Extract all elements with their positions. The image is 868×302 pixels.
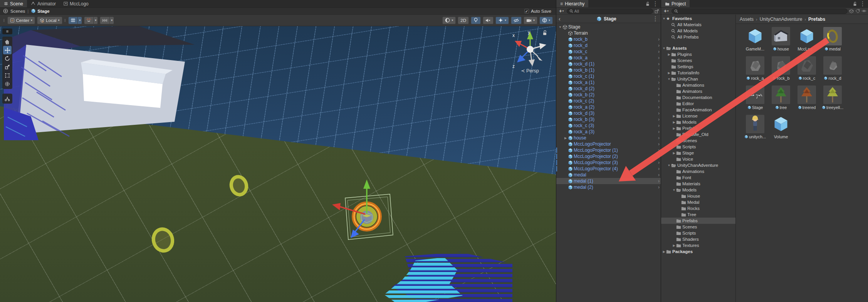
hierarchy-item[interactable]: medal (1)›: [556, 178, 661, 184]
hierarchy-item[interactable]: rock_c›: [556, 49, 661, 55]
pivot-mode-button[interactable]: Center ▾: [7, 17, 35, 24]
project-tree-item[interactable]: Scenes: [661, 138, 735, 144]
increment-snap-button[interactable]: [84, 17, 93, 24]
tab-hierarchy[interactable]: ≡ Hierarchy: [556, 0, 588, 7]
project-tree-item[interactable]: ▼UnityChanAdventure: [661, 162, 735, 168]
tab-animator[interactable]: Animator: [27, 0, 60, 7]
custom-editor-tool[interactable]: [3, 94, 12, 103]
twisty-icon[interactable]: ▼: [662, 17, 666, 20]
project-tree-item[interactable]: Rocks: [661, 205, 735, 211]
asset-item[interactable]: GameM...: [744, 27, 767, 51]
scene-viewport[interactable]: y x z ≺ Persp ≡: [0, 26, 556, 302]
hierarchy-item[interactable]: rock_c (1)›: [556, 73, 661, 79]
project-tree-item[interactable]: FaceAnimation: [661, 107, 735, 113]
scene-audio-button[interactable]: [483, 17, 494, 24]
hierarchy-search-input[interactable]: [574, 9, 650, 13]
twisty-icon[interactable]: ▶: [672, 151, 676, 155]
scene-lighting-button[interactable]: [471, 17, 481, 24]
breadcrumb-unitychanadventure[interactable]: UnityChanAdventure: [760, 17, 803, 22]
project-tree-item[interactable]: ▼★Favorites: [661, 15, 735, 22]
move-tool[interactable]: [3, 46, 12, 54]
hierarchy-item[interactable]: ▶house›: [556, 135, 661, 141]
breadcrumb-assets[interactable]: Assets: [740, 17, 754, 22]
project-tree-item[interactable]: Tree: [661, 211, 735, 218]
project-tree-item[interactable]: Shaders: [661, 236, 735, 242]
hierarchy-item[interactable]: MccLogoProjector (1)›: [556, 147, 661, 153]
project-search[interactable]: [672, 8, 848, 14]
increment-snap-dropdown[interactable]: ▾: [93, 17, 98, 24]
prefab-open-chevron-icon[interactable]: ›: [658, 166, 660, 171]
project-tree-item[interactable]: Prefabs: [661, 218, 735, 224]
project-tree-item[interactable]: Settings: [661, 64, 735, 70]
project-tree-item[interactable]: House: [661, 193, 735, 199]
lock-icon[interactable]: [646, 2, 650, 6]
add-gameobject-button[interactable]: +▾: [558, 8, 565, 14]
twisty-icon[interactable]: ▶: [672, 127, 676, 130]
grid-snap-dropdown[interactable]: ▾: [77, 17, 82, 24]
hierarchy-item[interactable]: rock_a›: [556, 55, 661, 61]
asset-item[interactable]: treered: [795, 86, 818, 110]
effects-button[interactable]: ▾: [495, 17, 509, 24]
prefab-open-chevron-icon[interactable]: ›: [658, 55, 660, 60]
hierarchy-item[interactable]: rock_a (3)›: [556, 129, 661, 135]
twisty-icon[interactable]: ▶: [667, 71, 671, 75]
axis-x-label[interactable]: x: [512, 33, 515, 38]
prefab-open-chevron-icon[interactable]: ›: [658, 74, 660, 79]
project-tree-item[interactable]: ▶Prefabs: [661, 125, 735, 131]
hierarchy-item[interactable]: MccLogoProjector (4)›: [556, 166, 661, 172]
hierarchy-item[interactable]: ▼Stage: [556, 24, 661, 30]
kebab-menu-icon[interactable]: ⋮: [652, 0, 658, 7]
project-tree-item[interactable]: ReadMe_Old: [661, 131, 735, 138]
axis-y-label[interactable]: y: [528, 30, 530, 35]
asset-thumbnail-rock_a[interactable]: [746, 56, 764, 75]
hierarchy-item[interactable]: rock_d (3)›: [556, 110, 661, 116]
prefab-open-chevron-icon[interactable]: ›: [658, 148, 660, 153]
scene-visibility-button[interactable]: [511, 17, 522, 24]
asset-thumbnail-tree[interactable]: [772, 86, 790, 104]
camera-settings-button[interactable]: ▾: [524, 17, 537, 24]
project-tree-item[interactable]: Scenes: [661, 57, 735, 64]
view-hand-tool[interactable]: [3, 37, 12, 46]
snap-increment-dropdown[interactable]: ▾: [109, 17, 114, 24]
asset-thumbnail-cube[interactable]: [797, 27, 816, 45]
prefab-open-chevron-icon[interactable]: ›: [658, 67, 660, 73]
rotate-tool[interactable]: [3, 54, 12, 63]
hierarchy-item[interactable]: rock_d›: [556, 42, 661, 49]
snap-increment-button[interactable]: [100, 17, 109, 24]
project-tree-item[interactable]: Voice: [661, 156, 735, 162]
prefab-open-chevron-icon[interactable]: ›: [658, 129, 660, 134]
hierarchy-item[interactable]: medal›: [556, 172, 661, 178]
asset-thumbnail-rock_d[interactable]: [823, 56, 842, 75]
prefab-open-chevron-icon[interactable]: ›: [658, 49, 660, 54]
prefab-open-chevron-icon[interactable]: ›: [658, 104, 660, 110]
project-tree-item[interactable]: Animations: [661, 82, 735, 88]
hierarchy-item[interactable]: MccLogoProjector›: [556, 141, 661, 147]
project-tree-item[interactable]: All Prefabs: [661, 34, 735, 40]
twisty-icon[interactable]: ▼: [672, 188, 676, 192]
house-object[interactable]: [4, 26, 196, 140]
project-tree-item[interactable]: ▶Packages: [661, 248, 735, 255]
project-tree-item[interactable]: All Models: [661, 28, 735, 34]
asset-thumbnail-treered[interactable]: [797, 86, 816, 104]
project-search-input[interactable]: [679, 9, 845, 13]
breadcrumb-prefabs[interactable]: Prefabs: [808, 17, 825, 22]
twisty-icon[interactable]: ▼: [667, 77, 671, 81]
asset-item[interactable]: tree: [769, 86, 792, 110]
twisty-icon[interactable]: ▼: [662, 47, 666, 50]
prefab-open-chevron-icon[interactable]: ›: [658, 141, 660, 147]
project-tree-item[interactable]: Animators: [661, 88, 735, 94]
asset-thumbnail-medal[interactable]: [823, 27, 842, 45]
toolbar-grip[interactable]: ‖: [64, 18, 67, 23]
lock-icon[interactable]: [853, 2, 857, 6]
view-2d-button[interactable]: 2D: [458, 17, 469, 24]
hierarchy-item[interactable]: MccLogoProjector (3)›: [556, 159, 661, 166]
prefab-open-chevron-icon[interactable]: ›: [658, 178, 660, 184]
project-tree-item[interactable]: ▶Stage: [661, 150, 735, 156]
project-tree-item[interactable]: Editor: [661, 101, 735, 107]
prefab-open-chevron-icon[interactable]: ›: [658, 154, 660, 159]
project-tree-item[interactable]: Animations: [661, 168, 735, 174]
project-tree-item[interactable]: ▶TutorialInfo: [661, 70, 735, 76]
prefab-open-chevron-icon[interactable]: ›: [658, 61, 660, 67]
asset-thumbnail-rock_b[interactable]: [772, 56, 790, 75]
asset-item[interactable]: rock_a: [744, 56, 767, 81]
